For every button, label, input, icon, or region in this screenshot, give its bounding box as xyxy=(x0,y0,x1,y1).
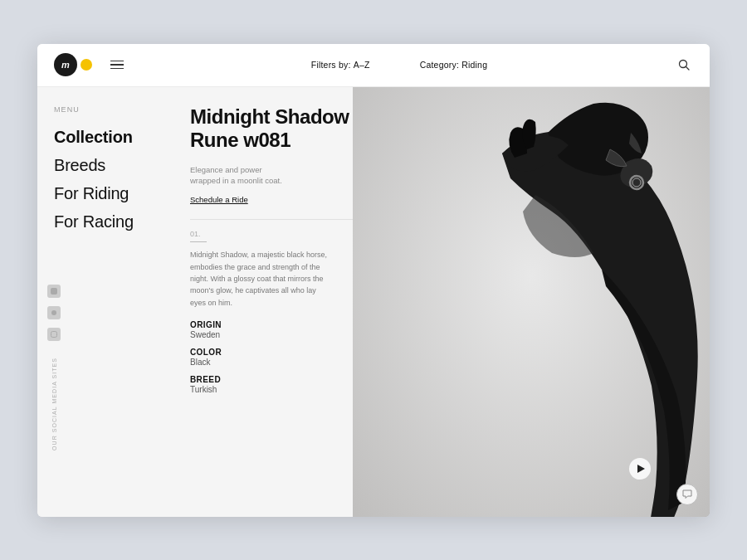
logo-dot xyxy=(81,59,92,71)
horse-tagline: Elegance and power wrapped in a moonlit … xyxy=(190,164,286,187)
category-label-text: Category: xyxy=(420,60,459,70)
social-label: OUR SOCIAL MEDIA SITES xyxy=(51,358,57,450)
filter-label-text: Filters by: xyxy=(311,60,351,70)
svg-line-1 xyxy=(686,67,690,71)
sidebar-item-collection[interactable]: Collection xyxy=(54,125,154,149)
detail-divider xyxy=(190,241,207,243)
play-button[interactable] xyxy=(629,458,651,480)
logo-group: m xyxy=(54,53,124,76)
sidebar: MENU Collection Breeds For Riding For Ra… xyxy=(37,87,170,517)
sidebar-item-breeds[interactable]: Breeds xyxy=(54,153,154,177)
header: m Filters by: A–Z Category: Riding xyxy=(37,44,710,87)
horse-title-group: Midnight Shadow Rune w081 xyxy=(190,105,349,153)
social-section: OUR SOCIAL MEDIA SITES xyxy=(47,285,61,450)
main-content: MENU Collection Breeds For Riding For Ra… xyxy=(37,87,710,517)
horse-title: Midnight Shadow Rune w081 xyxy=(190,105,349,153)
svg-rect-2 xyxy=(51,288,57,295)
play-icon xyxy=(637,465,645,473)
search-icon xyxy=(678,59,690,71)
horse-image xyxy=(353,87,710,517)
horse-title-line1: Midnight Shadow xyxy=(190,105,349,128)
filter-label[interactable]: Filters by: A–Z xyxy=(311,60,370,70)
hamburger-menu[interactable] xyxy=(110,61,124,70)
sidebar-item-for-racing[interactable]: For Racing xyxy=(54,210,154,233)
header-center: Filters by: A–Z Category: Riding xyxy=(124,60,675,70)
social-icon-3[interactable] xyxy=(47,328,61,341)
search-button[interactable] xyxy=(675,56,693,74)
header-right xyxy=(675,56,693,74)
chat-button[interactable] xyxy=(676,484,698,505)
filter-value: A–Z xyxy=(354,60,370,70)
logo-circle: m xyxy=(54,53,77,76)
category-value: Riding xyxy=(461,60,487,70)
chat-icon xyxy=(682,489,692,499)
logo-text: m xyxy=(61,60,70,70)
horse-title-line2: Rune w081 xyxy=(190,129,290,151)
category-label[interactable]: Category: Riding xyxy=(420,60,488,70)
svg-point-3 xyxy=(51,310,56,315)
instagram-icon xyxy=(51,331,57,338)
menu-label: MENU xyxy=(54,105,154,114)
detail-description: Midnight Shadow, a majestic black horse,… xyxy=(190,249,331,309)
svg-rect-4 xyxy=(51,331,57,337)
social-icon-1[interactable] xyxy=(47,285,61,298)
social-icon-2[interactable] xyxy=(47,306,61,319)
facebook-icon xyxy=(51,288,57,295)
twitter-icon xyxy=(51,309,57,316)
sidebar-item-for-riding[interactable]: For Riding xyxy=(54,182,154,205)
horse-svg xyxy=(353,87,710,517)
